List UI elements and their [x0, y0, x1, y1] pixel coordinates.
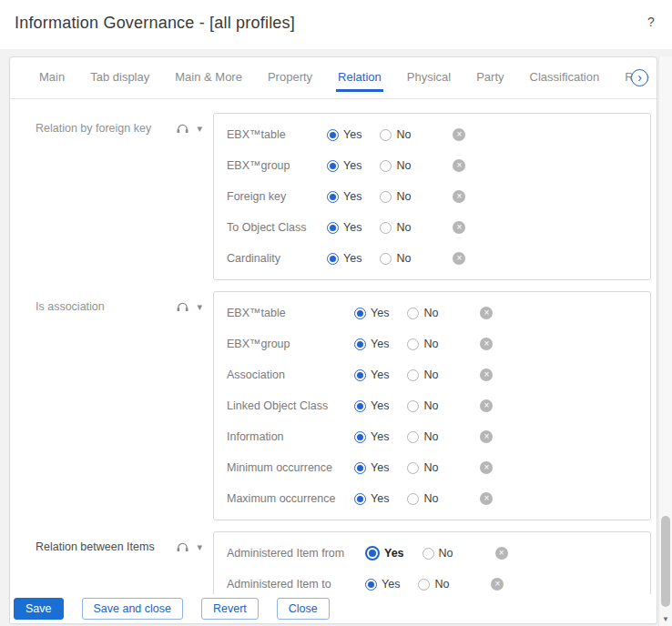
tab-physical[interactable]: Physical: [405, 70, 453, 92]
radio-yes-icon[interactable]: [354, 493, 366, 505]
radio-yes-icon[interactable]: [354, 369, 366, 381]
close-button[interactable]: Close: [277, 598, 330, 620]
radio-no-icon[interactable]: [407, 369, 419, 381]
clear-icon[interactable]: ×: [480, 492, 493, 505]
radio-no-icon[interactable]: [380, 129, 392, 141]
tab-party[interactable]: Party: [474, 70, 505, 92]
clear-icon[interactable]: ×: [480, 338, 493, 350]
radio-yes-icon[interactable]: [327, 222, 339, 234]
radio-no-icon[interactable]: [418, 579, 430, 591]
radio-no[interactable]: No: [380, 190, 411, 203]
tab-relation[interactable]: Relation: [336, 70, 383, 92]
form-content: Relation by foreign key▾EBX™tableYesNo×E…: [10, 99, 657, 596]
inheritance-icon[interactable]: [177, 124, 188, 134]
save-and-close-button[interactable]: Save and close: [82, 598, 183, 620]
radio-no[interactable]: No: [407, 461, 438, 474]
clear-icon[interactable]: ×: [480, 369, 493, 381]
help-icon[interactable]: ?: [643, 15, 659, 29]
clear-icon[interactable]: ×: [480, 307, 493, 319]
radio-yes-icon[interactable]: [354, 462, 366, 474]
radio-yes-label: Yes: [343, 159, 361, 172]
radio-yes[interactable]: Yes: [354, 430, 389, 443]
radio-yes-icon[interactable]: [354, 308, 366, 319]
radio-no[interactable]: No: [380, 252, 411, 265]
radio-yes-icon[interactable]: [327, 191, 339, 203]
radio-yes[interactable]: Yes: [354, 369, 389, 381]
clear-icon[interactable]: ×: [491, 578, 504, 591]
field-label: EBX™table: [227, 128, 327, 141]
radio-no[interactable]: No: [418, 578, 449, 591]
tab-classification[interactable]: Classification: [528, 70, 602, 92]
scrollbar-thumb[interactable]: [661, 516, 670, 607]
radio-no[interactable]: No: [380, 128, 411, 141]
radio-no[interactable]: No: [423, 547, 453, 560]
radio-no[interactable]: No: [407, 399, 438, 412]
clear-icon[interactable]: ×: [453, 159, 465, 172]
radio-no-icon[interactable]: [407, 431, 419, 443]
radio-no[interactable]: No: [407, 430, 438, 443]
next-tabs-button[interactable]: ›: [631, 69, 648, 86]
radio-no[interactable]: No: [407, 307, 438, 319]
clear-icon[interactable]: ×: [480, 430, 493, 443]
radio-yes[interactable]: Yes: [327, 221, 361, 234]
radio-yes[interactable]: Yes: [354, 338, 389, 350]
radio-yes[interactable]: Yes: [365, 546, 404, 560]
radio-no-icon[interactable]: [407, 462, 419, 474]
tab-main[interactable]: Main: [37, 70, 66, 92]
radio-yes-icon[interactable]: [365, 546, 380, 560]
radio-yes[interactable]: Yes: [365, 578, 400, 591]
radio-yes[interactable]: Yes: [327, 252, 361, 265]
inheritance-icon[interactable]: [177, 302, 188, 312]
radio-yes[interactable]: Yes: [354, 492, 389, 505]
radio-no-icon[interactable]: [380, 160, 392, 172]
radio-no-icon[interactable]: [407, 493, 419, 505]
clear-icon[interactable]: ×: [453, 221, 465, 234]
radio-no-icon[interactable]: [380, 253, 392, 265]
chevron-down-icon[interactable]: ▾: [197, 123, 202, 135]
radio-no-icon[interactable]: [380, 222, 392, 234]
radio-no[interactable]: No: [380, 221, 411, 234]
radio-yes-icon[interactable]: [354, 431, 366, 443]
scroll-down-arrow-icon[interactable]: ▼: [659, 612, 672, 626]
radio-no[interactable]: No: [407, 492, 438, 505]
clear-icon[interactable]: ×: [480, 461, 493, 474]
radio-no[interactable]: No: [407, 338, 438, 350]
clear-icon[interactable]: ×: [495, 547, 508, 560]
revert-button[interactable]: Revert: [201, 598, 259, 620]
radio-no-icon[interactable]: [407, 400, 419, 412]
field-row: CardinalityYesNo×: [227, 243, 637, 274]
radio-yes-icon[interactable]: [327, 253, 339, 265]
radio-no[interactable]: No: [380, 159, 411, 172]
radio-yes-icon[interactable]: [354, 338, 366, 350]
inheritance-icon[interactable]: [177, 542, 188, 552]
radio-yes[interactable]: Yes: [327, 190, 361, 203]
clear-icon[interactable]: ×: [480, 399, 493, 412]
radio-yes[interactable]: Yes: [354, 307, 389, 319]
vertical-scrollbar[interactable]: ▼: [658, 56, 672, 626]
radio-no[interactable]: No: [407, 369, 438, 381]
radio-yes[interactable]: Yes: [327, 159, 361, 172]
radio-yes-icon[interactable]: [365, 579, 377, 591]
radio-no-icon[interactable]: [407, 338, 419, 350]
tab-main-more[interactable]: Main & More: [173, 70, 244, 92]
clear-icon[interactable]: ×: [453, 252, 465, 265]
radio-yes-icon[interactable]: [327, 160, 339, 172]
radio-yes[interactable]: Yes: [354, 399, 389, 412]
radio-yes[interactable]: Yes: [327, 128, 361, 141]
field-label: To Object Class: [227, 221, 327, 234]
radio-no-icon[interactable]: [380, 191, 392, 203]
chevron-down-icon[interactable]: ▾: [197, 301, 202, 313]
clear-icon[interactable]: ×: [453, 190, 465, 203]
radio-no-icon[interactable]: [407, 308, 419, 319]
clear-icon[interactable]: ×: [453, 128, 465, 141]
radio-yes[interactable]: Yes: [354, 461, 389, 474]
tab-property[interactable]: Property: [266, 70, 314, 92]
tab-tab-display[interactable]: Tab display: [88, 70, 151, 92]
radio-yes-icon[interactable]: [327, 129, 339, 141]
save-button[interactable]: Save: [14, 598, 64, 620]
chevron-down-icon[interactable]: ▾: [197, 541, 202, 553]
radio-yes-label: Yes: [382, 578, 400, 591]
radio-yes-icon[interactable]: [354, 400, 366, 412]
radio-no-icon[interactable]: [423, 548, 434, 560]
section-relation-between-items: Relation between Items▾Administered Item…: [36, 531, 651, 596]
